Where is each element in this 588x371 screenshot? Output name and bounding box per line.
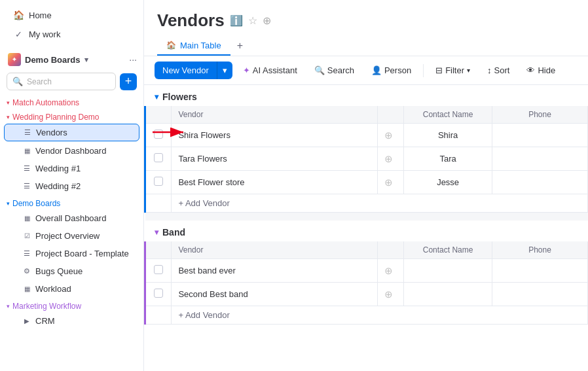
checkbox[interactable] (154, 289, 163, 298)
section-chevron: ▾ (7, 114, 10, 120)
star-icon[interactable]: ☆ (248, 14, 257, 27)
sort-button[interactable]: ↕ Sort (481, 62, 516, 79)
filter-icon: ⊟ (435, 65, 443, 75)
sidebar-item-wedding-1[interactable]: ☰ Wedding #1 (4, 160, 139, 177)
section-match-automations[interactable]: ▾ Match Automations (0, 94, 143, 109)
sidebar-item-crm[interactable]: ▶ CRM (4, 313, 139, 329)
open-icon-cell[interactable]: ⊕ (377, 283, 403, 306)
vendor-name-cell[interactable]: Best band ever (172, 259, 377, 283)
board-icon: ☰ (22, 182, 31, 191)
contact-cell (404, 283, 492, 306)
add-vendor-row[interactable]: + Add Vendor (145, 194, 588, 213)
new-vendor-button[interactable]: New Vendor (155, 62, 217, 79)
section-demo-boards[interactable]: ▾ Demo Boards (0, 195, 143, 209)
phone-cell (492, 124, 588, 147)
table-row: Tara Flowers ⊕ Tara (145, 147, 588, 171)
band-icon-header (377, 241, 403, 259)
dashboard-icon: ▦ (22, 147, 31, 156)
add-row-checkbox (145, 306, 172, 325)
checkbox[interactable] (154, 153, 163, 162)
group-band: ▾ Band Vendor Contact Name Phone (144, 221, 588, 325)
search-icon: 🔍 (314, 65, 325, 75)
sidebar-item-overall-dashboard[interactable]: ▦ Overall Dashboard (4, 210, 139, 226)
add-vendor-label[interactable]: + Add Vendor (172, 306, 588, 325)
open-icon-cell[interactable]: ⊕ (377, 171, 403, 194)
sidebar-item-my-work[interactable]: ✓ My work (4, 25, 139, 43)
row-checkbox[interactable] (145, 124, 172, 147)
board-icon: ☰ (22, 164, 31, 173)
home-tab-icon: 🏠 (166, 41, 176, 50)
dashboard-icon: ▦ (22, 214, 31, 223)
page-title: Vendors (157, 10, 225, 31)
board-icon: ☰ (23, 128, 32, 137)
share-icon[interactable]: ⊕ (263, 14, 271, 27)
flowers-chevron[interactable]: ▾ (155, 92, 158, 101)
person-icon: 👤 (371, 65, 382, 75)
ai-icon: ✦ (243, 65, 250, 75)
open-record-icon[interactable]: ⊕ (384, 289, 393, 300)
sidebar-item-vendor-dashboard[interactable]: ▦ Vendor Dashboard (4, 143, 139, 159)
sidebar-item-workload[interactable]: ▦ Workload (4, 281, 139, 297)
section-marketing-workflow[interactable]: ▾ Marketing Workflow (0, 298, 143, 312)
vendor-name-cell[interactable]: Shira Flowers (172, 124, 377, 147)
row-checkbox[interactable] (145, 283, 172, 306)
section-wedding-planning[interactable]: ▾ Wedding Planning Demo (0, 109, 143, 123)
arrow-right-icon: ▶ (22, 317, 31, 326)
band-header-row: Vendor Contact Name Phone (145, 241, 588, 259)
group-band-header: ▾ Band (144, 221, 588, 241)
ai-assistant-button[interactable]: ✦ AI Assistant (236, 62, 304, 79)
sidebar-item-project-overview[interactable]: ☑ Project Overview (4, 228, 139, 244)
phone-cell (492, 171, 588, 194)
section-chevron: ▾ (7, 200, 10, 207)
person-button[interactable]: 👤 Person (365, 62, 418, 79)
band-checkbox-header (145, 241, 172, 259)
add-vendor-label[interactable]: + Add Vendor (172, 194, 588, 213)
sidebar: 🏠 Home ✓ My work ✦ Demo Boards ▾ ··· 🔍 S… (0, 0, 144, 371)
vendor-name-cell[interactable]: Second Best band (172, 283, 377, 306)
search-icon: 🔍 (12, 77, 23, 86)
tab-add[interactable]: + (230, 36, 249, 56)
search-button[interactable]: 🔍 Search (308, 62, 361, 79)
workspace-logo: ✦ (8, 53, 21, 66)
open-record-icon[interactable]: ⊕ (384, 153, 393, 164)
table-row: Shira Flowers ⊕ Shira (145, 124, 588, 147)
hide-button[interactable]: 👁 Hide (520, 62, 562, 79)
row-checkbox[interactable] (145, 171, 172, 194)
add-vendor-row-band[interactable]: + Add Vendor (145, 306, 588, 325)
sidebar-item-wedding-2[interactable]: ☰ Wedding #2 (4, 178, 139, 194)
open-icon-cell[interactable]: ⊕ (377, 124, 403, 147)
checkbox[interactable] (154, 177, 163, 186)
sidebar-item-home[interactable]: 🏠 Home (4, 6, 139, 24)
open-record-icon[interactable]: ⊕ (384, 177, 393, 188)
phone-cell (492, 283, 588, 306)
sidebar-search[interactable]: 🔍 Search (7, 73, 116, 90)
page-title-row: Vendors ℹ️ ☆ ⊕ (157, 10, 575, 31)
check-icon: ✓ (13, 29, 24, 39)
row-checkbox[interactable] (145, 147, 172, 171)
open-record-icon[interactable]: ⊕ (384, 130, 393, 141)
vendor-name-cell[interactable]: Best Flower store (172, 171, 377, 194)
workspace-more[interactable]: ··· (129, 54, 137, 65)
workspace-title[interactable]: ✦ Demo Boards ▾ (8, 53, 88, 66)
band-chevron[interactable]: ▾ (155, 228, 158, 237)
tab-main-table[interactable]: 🏠 Main Table (157, 37, 230, 56)
sidebar-item-project-board[interactable]: ☰ Project Board - Template (4, 245, 139, 262)
page-title-icons: ℹ️ ☆ ⊕ (230, 14, 271, 27)
checkbox[interactable] (154, 265, 163, 274)
row-checkbox[interactable] (145, 259, 172, 283)
workload-icon: ▦ (22, 285, 31, 294)
filter-button[interactable]: ⊟ Filter ▾ (429, 62, 477, 79)
vendor-name-cell[interactable]: Tara Flowers (172, 147, 377, 171)
sidebar-item-vendors[interactable]: ☰ Vendors (4, 124, 139, 141)
open-icon-cell[interactable]: ⊕ (377, 147, 403, 171)
add-button[interactable]: + (120, 73, 137, 90)
band-contact-header: Contact Name (404, 241, 492, 259)
info-icon[interactable]: ℹ️ (230, 14, 243, 27)
checkbox[interactable] (154, 130, 163, 139)
open-record-icon[interactable]: ⊕ (384, 265, 393, 276)
group-flowers: ▾ Flowers Vendor Contact Name Phone (144, 85, 588, 221)
flowers-vendor-header: Vendor (172, 106, 377, 124)
new-vendor-caret[interactable]: ▾ (217, 62, 232, 79)
open-icon-cell[interactable]: ⊕ (377, 259, 403, 283)
sidebar-item-bugs-queue[interactable]: ⚙ Bugs Queue (4, 263, 139, 279)
